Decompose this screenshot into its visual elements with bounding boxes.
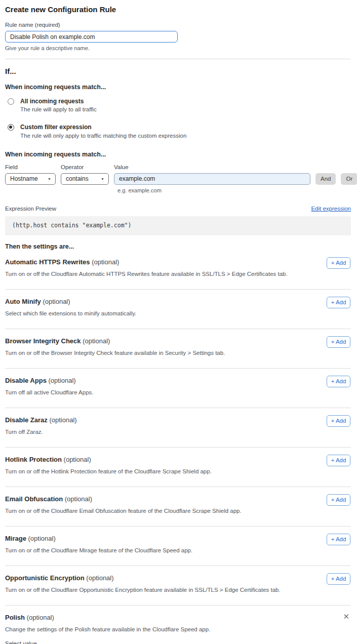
operator-select[interactable]: contains ▼ xyxy=(61,173,109,185)
setting-optional: (optional) xyxy=(86,574,113,582)
setting-optional: (optional) xyxy=(83,337,110,345)
expression-preview-code: (http.host contains "example.com") xyxy=(5,216,351,235)
setting-optional: (optional) xyxy=(43,298,70,305)
setting-browser-integrity-check: Browser Integrity Check (optional) Turn … xyxy=(5,329,351,369)
setting-optional: (optional) xyxy=(49,377,76,384)
field-label: Field xyxy=(5,164,56,170)
setting-description: Turn on or off the Cloudflare Mirage fea… xyxy=(5,547,289,553)
radio-label: Custom filter expression xyxy=(20,124,186,131)
setting-description: Turn on or off the Cloudflare Automatic … xyxy=(5,271,289,277)
value-input[interactable] xyxy=(114,173,310,185)
setting-auto-minify: Auto Minify (optional) Select which file… xyxy=(5,290,351,329)
value-label: Value xyxy=(114,164,310,170)
close-icon[interactable]: ✕ xyxy=(342,612,350,621)
radio-custom-filter-expression[interactable]: Custom filter expression The rule will o… xyxy=(5,124,351,138)
setting-description: Turn on or off the Hotlink Protection fe… xyxy=(5,468,289,474)
setting-optional: (optional) xyxy=(92,258,119,266)
edit-expression-link[interactable]: Edit expression xyxy=(311,206,351,212)
setting-description: Select which file extensions to minify a… xyxy=(5,310,289,316)
radio-all-incoming-requests[interactable]: All incoming requests The rule will appl… xyxy=(5,98,351,112)
setting-optional: (optional) xyxy=(65,495,92,503)
setting-polish: Polish (optional) ✕ Change the settings … xyxy=(5,606,351,644)
match-type-radio-group: All incoming requests The rule will appl… xyxy=(5,98,351,139)
or-button[interactable]: Or xyxy=(341,173,357,185)
setting-disable-zaraz: Disable Zaraz (optional) Turn off Zaraz.… xyxy=(5,408,351,448)
setting-name: Auto Minify xyxy=(5,298,41,305)
rule-name-label: Rule name (required) xyxy=(5,22,351,28)
setting-name: Automatic HTTPS Rewrites xyxy=(5,258,90,266)
setting-description: Turn off all active Cloudflare Apps. xyxy=(5,389,289,395)
radio-button-icon[interactable] xyxy=(8,98,14,105)
then-settings-heading: Then the settings are... xyxy=(5,243,351,250)
field-select[interactable]: Hostname ▼ xyxy=(5,173,56,185)
operator-label: Operator xyxy=(61,164,109,170)
setting-disable-apps: Disable Apps (optional) Turn off all act… xyxy=(5,369,351,408)
and-button[interactable]: And xyxy=(315,173,336,185)
add-button[interactable]: + Add xyxy=(327,376,350,387)
expression-preview-label: Expression Preview xyxy=(5,206,56,212)
setting-optional: (optional) xyxy=(28,535,56,542)
rule-name-input[interactable] xyxy=(5,31,178,43)
setting-description: Turn on or off the Cloudflare Opportunis… xyxy=(5,587,289,593)
select-value-label: Select value xyxy=(5,640,351,644)
radio-description: The rule will apply to all traffic xyxy=(20,106,97,112)
setting-optional: (optional) xyxy=(27,614,54,621)
rule-name-group: Rule name (required) Give your rule a de… xyxy=(5,22,351,51)
expression-builder-heading: When incoming requests match... xyxy=(5,151,351,158)
setting-description: Turn on or off the Browser Integrity Che… xyxy=(5,350,289,356)
radio-button-selected-icon[interactable] xyxy=(8,124,14,131)
setting-name: Hotlink Protection xyxy=(5,456,62,463)
rule-name-helper: Give your rule a descriptive name. xyxy=(5,45,351,51)
radio-label: All incoming requests xyxy=(20,98,97,105)
setting-name: Mirage xyxy=(5,535,26,542)
setting-description: Turn on or off the Cloudflare Email Obfu… xyxy=(5,508,289,514)
setting-opportunistic-encryption: Opportunistic Encryption (optional) Turn… xyxy=(5,566,351,606)
setting-hotlink-protection: Hotlink Protection (optional) Turn on or… xyxy=(5,448,351,487)
setting-name: Email Obfuscation xyxy=(5,495,63,503)
setting-name: Disable Zaraz xyxy=(5,416,48,424)
setting-description: Turn off Zaraz. xyxy=(5,429,289,435)
add-button[interactable]: + Add xyxy=(327,573,350,585)
incoming-requests-match-heading: When incoming requests match... xyxy=(5,84,351,91)
setting-name: Opportunistic Encryption xyxy=(5,574,85,582)
operator-select-value: contains xyxy=(66,175,89,182)
setting-email-obfuscation: Email Obfuscation (optional) Turn on or … xyxy=(5,487,351,527)
setting-automatic-https-rewrites: Automatic HTTPS Rewrites (optional) Turn… xyxy=(5,250,351,290)
setting-optional: (optional) xyxy=(49,416,76,424)
field-select-value: Hostname xyxy=(10,175,38,182)
setting-description: Change the settings of the Polish featur… xyxy=(5,626,289,632)
setting-name: Disable Apps xyxy=(5,377,47,384)
setting-mirage: Mirage (optional) Turn on or off the Clo… xyxy=(5,527,351,566)
add-button[interactable]: + Add xyxy=(327,455,350,466)
setting-name: Polish xyxy=(5,614,25,621)
add-button[interactable]: + Add xyxy=(327,297,350,308)
page-title: Create new Configuration Rule xyxy=(5,5,351,14)
expression-builder: Field Hostname ▼ Operator contains ▼ Val… xyxy=(5,164,351,193)
add-button[interactable]: + Add xyxy=(327,534,350,545)
if-heading: If... xyxy=(5,67,351,75)
chevron-down-icon: ▼ xyxy=(48,177,51,181)
setting-name: Browser Integrity Check xyxy=(5,337,81,345)
divider xyxy=(5,59,351,59)
radio-description: The rule will only apply to traffic matc… xyxy=(20,133,186,139)
value-helper: e.g. example.com xyxy=(117,187,351,193)
add-button[interactable]: + Add xyxy=(327,494,350,506)
add-button[interactable]: + Add xyxy=(327,415,350,427)
add-button[interactable]: + Add xyxy=(327,336,350,348)
add-button[interactable]: + Add xyxy=(327,257,350,269)
setting-optional: (optional) xyxy=(64,456,91,463)
create-configuration-rule-page: Create new Configuration Rule Rule name … xyxy=(0,0,357,644)
chevron-down-icon: ▼ xyxy=(101,177,104,181)
